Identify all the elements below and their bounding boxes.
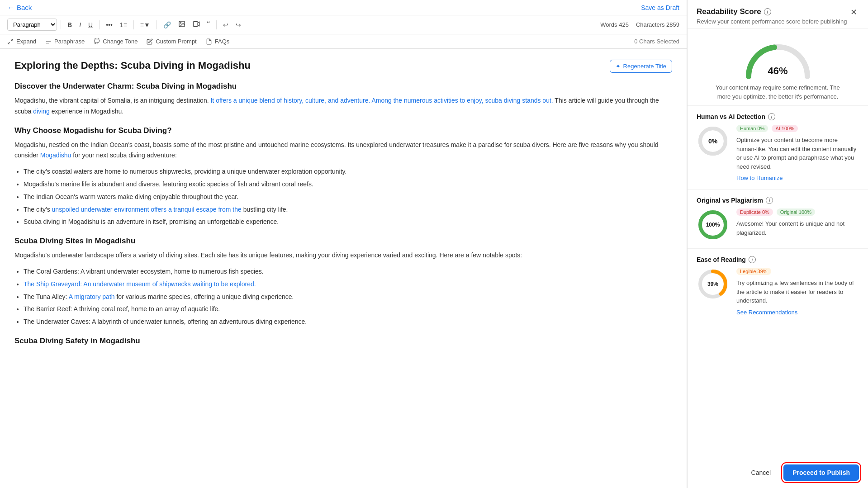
video-button[interactable] [190, 19, 203, 31]
list-item: The Underwater Caves: A labyrinth of und… [24, 317, 672, 327]
editor-area: ← Back Save as Draft Paragraph B I U •••… [0, 0, 687, 488]
svg-marker-3 [198, 22, 199, 26]
align-button[interactable]: ≡▼ [138, 19, 153, 30]
bullet-list-button[interactable]: ••• [103, 19, 115, 30]
readability-panel: Readability Score i Review your content … [687, 0, 868, 488]
plagiarism-metric: Original vs Plagiarism i 100% Duplicate … [688, 189, 868, 248]
italic-button[interactable]: I [76, 19, 84, 30]
list-item: The Indian Ocean's warm waters make divi… [24, 192, 672, 203]
human-badge: Human 0% [736, 125, 768, 132]
expand-button[interactable]: Expand [7, 38, 36, 45]
panel-title-area: Readability Score i Review your content … [697, 7, 847, 25]
see-recommendations-link[interactable]: See Recommendations [736, 309, 797, 316]
section-1-para-0: Mogadishu, nestled on the Indian Ocean's… [14, 140, 672, 161]
how-to-humanize-link[interactable]: How to Humanize [736, 175, 783, 181]
link-button[interactable]: 🔗 [161, 19, 174, 30]
human-ai-circle: 0% [697, 125, 729, 157]
section-heading-0: Discover the Underwater Charm: Scuba Div… [14, 82, 672, 91]
list-item: Mogadishu's marine life is abundant and … [24, 179, 672, 190]
human-ai-heading: Human vs AI Detection i [697, 113, 859, 120]
toolbar-divider-2 [99, 20, 100, 29]
toolbar-divider-1 [61, 20, 61, 29]
faqs-button[interactable]: FAQs [206, 38, 230, 45]
legible-badge: Legible 39% [736, 268, 771, 275]
formatting-toolbar: Paragraph B I U ••• 1≡ ≡▼ 🔗 “ ↩ ↪ Words … [0, 15, 687, 34]
editor-content[interactable]: Exploring the Depths: Scuba Diving in Mo… [0, 49, 687, 488]
plagiarism-body: 100% Duplicate 0% Original 100% Awesome!… [697, 208, 859, 241]
overall-score-section: 46% Your content may require some refine… [688, 29, 868, 105]
image-button[interactable] [175, 19, 188, 31]
list-item: The city's coastal waters are home to nu… [24, 166, 672, 177]
ease-reading-circle-text: 39% [707, 281, 718, 287]
original-badge: Original 100% [777, 208, 815, 216]
characters-count: Characters 2859 [636, 21, 679, 28]
plagiarism-info: Duplicate 0% Original 100% Awesome! Your… [736, 208, 859, 240]
ai-toolbar: Expand Paraphrase Change Tone Custom Pro… [0, 34, 687, 49]
toolbar-divider-3 [133, 20, 134, 29]
overall-score-text: 46% [768, 65, 787, 77]
ease-reading-badges: Legible 39% [736, 268, 859, 275]
list-item: The Coral Gardens: A vibrant underwater … [24, 266, 672, 277]
panel-close-button[interactable]: ✕ [849, 7, 859, 17]
section-heading-3: Scuba Diving Safety in Mogadishu [14, 336, 672, 346]
underline-button[interactable]: U [85, 19, 95, 30]
plagiarism-badges: Duplicate 0% Original 100% [736, 208, 859, 216]
plagiarism-info-icon: i [766, 197, 773, 204]
toolbar-divider-4 [157, 20, 157, 29]
panel-subtitle: Review your content performance score be… [697, 18, 847, 25]
svg-rect-2 [193, 22, 198, 27]
back-label: Back [17, 4, 32, 11]
ease-reading-metric: Ease of Reading i 39% Legible 39% Try op… [688, 248, 868, 323]
ease-reading-info-icon: i [749, 256, 756, 263]
words-count: Words 425 [600, 21, 629, 28]
ease-reading-body: 39% Legible 39% Try optimizing a few sen… [697, 268, 859, 316]
human-ai-circle-text: 0% [708, 137, 717, 145]
panel-title-info-icon: i [764, 8, 771, 15]
quote-button[interactable]: “ [204, 18, 213, 31]
paraphrase-button[interactable]: Paraphrase [45, 38, 85, 45]
custom-prompt-button[interactable]: Custom Prompt [147, 38, 196, 45]
panel-footer: Cancel Proceed to Publish [688, 457, 868, 488]
section-0-para-0: Mogadishu, the vibrant capital of Somali… [14, 95, 672, 117]
word-count-area: Words 425 Characters 2859 [600, 21, 679, 28]
svg-point-1 [180, 23, 181, 24]
human-ai-info-icon: i [768, 113, 775, 120]
plagiarism-heading: Original vs Plagiarism i [697, 197, 859, 204]
list-item: The Ship Graveyard: An underwater museum… [24, 279, 672, 290]
section-2-para-0: Mogadishu's underwater landscape offers … [14, 250, 672, 261]
back-button[interactable]: ← Back [7, 4, 32, 11]
top-nav: ← Back Save as Draft [0, 0, 687, 15]
score-gauge: 46% [742, 38, 814, 79]
list-item: The Barrier Reef: A thriving coral reef,… [24, 304, 672, 315]
ease-reading-circle: 39% [697, 268, 729, 300]
panel-title: Readability Score i [697, 7, 847, 16]
cancel-button[interactable]: Cancel [744, 465, 778, 480]
list-item: The city's unspoiled underwater environm… [24, 204, 672, 215]
regenerate-title-button[interactable]: ✦ Regenerate Title [610, 60, 672, 73]
human-ai-desc: Optimize your content to become more hum… [736, 136, 859, 171]
ai-badge: AI 100% [772, 125, 798, 132]
human-ai-badges: Human 0% AI 100% [736, 125, 859, 132]
panel-header: Readability Score i Review your content … [688, 0, 868, 29]
redo-button[interactable]: ↪ [233, 19, 244, 30]
section-1-list: The city's coastal waters are home to nu… [24, 166, 672, 227]
undo-button[interactable]: ↩ [220, 19, 231, 30]
ease-reading-desc: Try optimizing a few sentences in the bo… [736, 279, 859, 305]
human-ai-metric: Human vs AI Detection i 0% Human 0% AI 1… [688, 105, 868, 189]
toolbar-divider-5 [216, 20, 217, 29]
section-2-list: The Coral Gardens: A vibrant underwater … [24, 266, 672, 327]
bold-button[interactable]: B [65, 19, 75, 30]
section-heading-2: Scuba Diving Sites in Mogadishu [14, 237, 672, 246]
ease-reading-heading: Ease of Reading i [697, 256, 859, 263]
proceed-to-publish-button[interactable]: Proceed to Publish [783, 464, 859, 481]
back-arrow-icon: ← [7, 4, 14, 11]
ordered-list-button[interactable]: 1≡ [117, 19, 130, 30]
ease-reading-info: Legible 39% Try optimizing a few sentenc… [736, 268, 859, 316]
paragraph-select[interactable]: Paragraph [7, 19, 57, 31]
save-draft-button[interactable]: Save as Draft [641, 4, 679, 11]
change-tone-button[interactable]: Change Tone [94, 38, 138, 45]
article-title-text: Exploring the Depths: Scuba Diving in Mo… [14, 60, 602, 71]
human-ai-body: 0% Human 0% AI 100% Optimize your conten… [697, 125, 859, 182]
plagiarism-circle-text: 100% [706, 222, 720, 228]
plagiarism-circle: 100% [697, 208, 729, 241]
